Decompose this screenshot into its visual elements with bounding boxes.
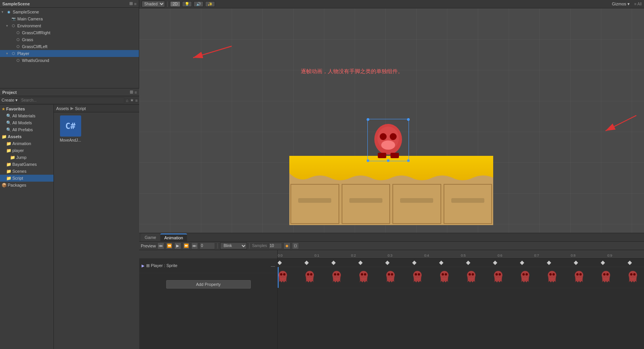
keyframe-diamond-1[interactable]: [304, 260, 309, 265]
sprite-frame-6[interactable]: [439, 270, 449, 282]
2d-mode-btn[interactable]: 2D: [170, 1, 180, 7]
project-icon3[interactable]: ≡: [135, 98, 138, 103]
hierarchy-item-grasscliffright[interactable]: ⬡ GrassCliffRight: [0, 29, 139, 36]
hierarchy-item-player[interactable]: ▾ ⬡ Player: [0, 50, 139, 57]
hierarchy-item-grasscliffleft[interactable]: ⬡ GrassCliffLeft: [0, 43, 139, 50]
anim-play-btn[interactable]: ▶: [174, 242, 181, 249]
search-icon-prefabs: 🔍: [6, 127, 12, 132]
anim-keyframe-btn[interactable]: ◆: [284, 242, 290, 249]
project-search-input[interactable]: [19, 97, 124, 104]
project-panel: Project ⊞ ≡ Create ▾ ⌂ ★ ≡: [0, 89, 139, 349]
hierarchy-item-whatisground[interactable]: ⬡ WhatIsGround: [0, 57, 139, 64]
keyframe-diamond-6[interactable]: [439, 260, 443, 265]
svg-point-39: [522, 273, 525, 276]
proj-all-prefabs[interactable]: 🔍 All Prefabs: [0, 126, 53, 133]
keyframe-diamond-10[interactable]: [547, 260, 551, 265]
proj-jump[interactable]: 📁 Jump: [0, 154, 53, 161]
project-icon2[interactable]: ★: [130, 98, 134, 103]
keyframe-diamond-11[interactable]: [574, 260, 578, 265]
sprite-frame-3[interactable]: [359, 270, 369, 282]
sprite-frame-11[interactable]: [574, 270, 584, 282]
keyframe-diamond-12[interactable]: [601, 260, 605, 265]
platform-box-2: [342, 184, 390, 224]
shading-mode-select[interactable]: Shaded: [142, 1, 165, 7]
svg-point-21: [361, 273, 363, 276]
svg-point-34: [472, 273, 474, 276]
sprite-frame-8[interactable]: [493, 270, 503, 282]
anim-curves-btn[interactable]: ⟨⟩: [292, 242, 299, 249]
keyframe-diamond-3[interactable]: [358, 260, 362, 265]
prop-expand-icon[interactable]: ▶: [142, 264, 145, 268]
all-label[interactable]: ≡ All: [634, 2, 642, 6]
breadcrumb: Assets ▶ Script: [54, 105, 139, 112]
ruler-mark-4: 0:4: [424, 254, 429, 257]
scene-fx-btn[interactable]: ✨: [205, 1, 215, 7]
breadcrumb-script[interactable]: Script: [75, 106, 86, 111]
proj-all-materials[interactable]: 🔍 All Materials: [0, 112, 53, 119]
hierarchy-panel: SampleScene ⊞ ≡ ▾ ◉ SampleScene: [0, 0, 139, 89]
sprite-frame-2[interactable]: [332, 270, 342, 282]
asset-item-moveandjump[interactable]: C# MoveAndJ...: [57, 115, 84, 142]
hierarchy-item-environment[interactable]: ▾ ⬡ Environment: [0, 22, 139, 29]
scene-audio-btn[interactable]: 🔊: [194, 1, 204, 7]
keyframe-diamond-5[interactable]: [412, 260, 416, 265]
project-content-area: ★ Favorites 🔍 All Materials 🔍 All Models: [0, 105, 139, 349]
annotation-text: 逐帧动画，人物没有手脚之类的单独组件。: [301, 68, 403, 75]
svg-point-4: [380, 133, 387, 140]
sprite-frame-12[interactable]: [601, 270, 611, 282]
anim-time-input[interactable]: [200, 242, 215, 249]
svg-point-22: [364, 273, 366, 276]
breadcrumb-assets[interactable]: Assets: [56, 106, 69, 111]
keyframe-diamond-13[interactable]: [627, 260, 632, 265]
proj-favorites[interactable]: ★ Favorites: [0, 105, 53, 112]
hierarchy-item-maincamera[interactable]: 📷 Main Camera: [0, 15, 139, 22]
anim-goto-end-btn[interactable]: ⏭: [191, 242, 198, 249]
anim-goto-start-btn[interactable]: ⏮: [157, 242, 164, 249]
ruler-marks-container: 0:00:10:20:30:40:50:60:70:80:91:0: [278, 250, 644, 258]
keyframe-diamond-8[interactable]: [493, 260, 497, 265]
search-icon-models: 🔍: [6, 120, 12, 125]
proj-script[interactable]: 📁 Script: [0, 175, 53, 182]
folder-icon-animation: 📁: [6, 141, 12, 146]
ruler-mark-8: 0:8: [571, 254, 576, 257]
tab-game[interactable]: Game: [141, 234, 160, 241]
anim-samples-input[interactable]: [269, 243, 282, 249]
project-icon1[interactable]: ⌂: [126, 98, 128, 103]
platform-box-4: [444, 184, 492, 224]
anim-clip-select[interactable]: Blink: [220, 242, 247, 249]
platform-bottom: [289, 183, 493, 225]
keyframe-diamond-7[interactable]: [466, 260, 470, 265]
folder-icon-jump: 📁: [10, 155, 15, 160]
sprite-frame-10[interactable]: [547, 270, 557, 282]
sprite-frame-5[interactable]: [412, 270, 422, 282]
sprite-frame-9[interactable]: [520, 270, 530, 282]
keyframe-diamond-4[interactable]: [385, 260, 389, 265]
sprite-frame-4[interactable]: [385, 270, 395, 282]
svg-point-46: [579, 273, 582, 276]
proj-packages[interactable]: 📦 Packages: [0, 182, 53, 189]
proj-player[interactable]: 📁 player: [0, 147, 53, 154]
sprite-frame-13[interactable]: [628, 270, 638, 282]
hierarchy-item-grass[interactable]: ⬡ Grass: [0, 36, 139, 43]
proj-bayatgames[interactable]: 📁 BayatGames: [0, 161, 53, 168]
gizmos-btn[interactable]: Gizmos ▾: [610, 2, 631, 7]
keyframe-diamond-9[interactable]: [520, 260, 524, 265]
anim-step-back-btn[interactable]: ⏪: [166, 242, 173, 249]
sprite-frame-0[interactable]: [278, 270, 288, 282]
proj-scenes[interactable]: 📁 Scenes: [0, 168, 53, 175]
sprite-frame-1[interactable]: [305, 270, 315, 282]
proj-animation[interactable]: 📁 Animation: [0, 140, 53, 147]
keyframe-diamond-0[interactable]: [278, 260, 282, 265]
proj-all-models[interactable]: 🔍 All Models: [0, 119, 53, 126]
hierarchy-item-samplescene[interactable]: ▾ ◉ SampleScene: [0, 8, 139, 15]
scene-lights-btn[interactable]: 💡: [182, 1, 192, 7]
sprite-frame-7[interactable]: [466, 270, 476, 282]
anim-step-fwd-btn[interactable]: ⏩: [183, 242, 190, 249]
proj-assets[interactable]: 📁 Assets: [0, 133, 53, 140]
tab-animation[interactable]: Animation: [160, 234, 187, 241]
proj-packages-label: Packages: [8, 183, 26, 187]
keyframe-diamond-2[interactable]: [331, 260, 335, 265]
add-property-button[interactable]: Add Property: [166, 280, 251, 289]
project-create-btn[interactable]: Create ▾: [2, 98, 18, 103]
platform: [289, 156, 493, 225]
